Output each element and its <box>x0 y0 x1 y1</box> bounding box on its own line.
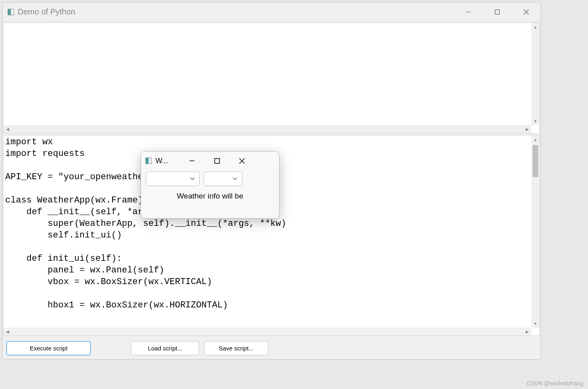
minimize-button[interactable] <box>454 2 483 21</box>
scroll-left-icon[interactable]: ◀ <box>4 125 12 133</box>
chevron-down-icon <box>232 177 238 181</box>
maximize-icon <box>214 158 220 164</box>
svg-rect-1 <box>495 10 500 14</box>
scroll-up-icon[interactable]: ▲ <box>531 135 539 143</box>
scroll-up-icon[interactable]: ▲ <box>531 23 539 31</box>
output-text[interactable] <box>4 23 531 125</box>
output-pane: ▲ ▼ ◀ ▶ <box>3 23 540 133</box>
scrollbar-vertical[interactable]: ▲ ▼ <box>531 23 539 125</box>
scrollbar-horizontal[interactable]: ◀ ▶ <box>4 125 531 133</box>
maximize-button[interactable] <box>204 152 229 170</box>
child-window-controls <box>180 152 254 170</box>
child-window-title: W... <box>155 157 180 165</box>
close-icon <box>523 9 529 15</box>
maximize-icon <box>494 9 500 15</box>
button-bar: Execute script Load script... Save scrip… <box>2 337 541 359</box>
child-titlebar[interactable]: W... <box>141 152 279 170</box>
app-icon <box>7 8 14 16</box>
minimize-icon <box>189 158 195 164</box>
execute-script-button[interactable]: Execute script <box>6 341 91 355</box>
weather-app-window: W... Weather in <box>141 151 280 219</box>
scrollbar-vertical[interactable]: ▲ ▼ <box>531 135 539 328</box>
scroll-left-icon[interactable]: ◀ <box>4 328 12 336</box>
close-button[interactable] <box>229 152 254 170</box>
button-group: Load script... Save script... <box>131 341 268 355</box>
window-controls <box>454 2 541 21</box>
close-icon <box>239 158 245 164</box>
load-script-button[interactable]: Load script... <box>131 341 199 355</box>
scroll-right-icon[interactable]: ▶ <box>523 328 531 336</box>
scroll-thumb[interactable] <box>533 145 538 177</box>
chevron-down-icon <box>190 177 195 181</box>
app-icon <box>145 157 152 164</box>
scrollbar-horizontal[interactable]: ◀ ▶ <box>4 328 531 336</box>
scroll-down-icon[interactable]: ▼ <box>531 117 539 125</box>
city-dropdown[interactable] <box>204 172 242 186</box>
dropdown-row <box>146 172 274 186</box>
country-dropdown[interactable] <box>146 172 200 186</box>
svg-rect-5 <box>214 158 219 163</box>
scroll-right-icon[interactable]: ▶ <box>523 125 531 133</box>
minimize-icon <box>466 9 471 15</box>
weather-info-label: Weather info will be <box>146 189 274 203</box>
close-button[interactable] <box>512 2 541 21</box>
watermark: CSDN @winfredzhang <box>527 380 583 387</box>
minimize-button[interactable] <box>180 152 204 170</box>
child-body: Weather info will be <box>141 170 279 218</box>
save-script-button[interactable]: Save script... <box>204 341 268 355</box>
window-title: Demo of Python <box>18 7 454 16</box>
titlebar[interactable]: Demo of Python <box>2 2 541 22</box>
scroll-down-icon[interactable]: ▼ <box>531 319 539 328</box>
maximize-button[interactable] <box>483 2 512 21</box>
